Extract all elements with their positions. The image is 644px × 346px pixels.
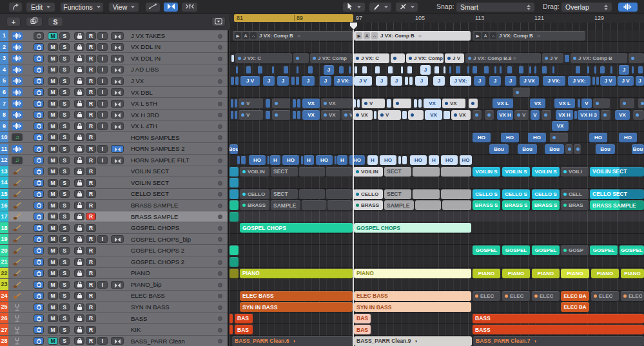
lock-button[interactable] (74, 122, 84, 130)
flex-track-button[interactable] (111, 111, 124, 119)
region[interactable]: BASS_PARR Clean.9◑ (354, 336, 472, 346)
region[interactable] (353, 99, 356, 108)
region[interactable]: J V (600, 76, 616, 86)
region[interactable] (552, 66, 554, 73)
region[interactable] (231, 77, 234, 85)
track-name[interactable]: VX L 5TH (131, 98, 157, 109)
region[interactable] (268, 156, 269, 164)
region[interactable] (576, 66, 580, 73)
region[interactable]: SYN IN BASS (354, 302, 471, 312)
region[interactable]: PIANO (532, 269, 560, 278)
region[interactable] (402, 156, 407, 164)
track-header[interactable]: 23MSRIPIANO_bip (0, 279, 229, 291)
region[interactable]: VX (552, 121, 569, 131)
record-button[interactable]: R (86, 258, 96, 266)
track-number[interactable]: 18 (0, 222, 8, 233)
region[interactable] (500, 66, 502, 73)
lock-button[interactable] (74, 337, 84, 345)
record-button[interactable]: R (86, 32, 96, 40)
region[interactable] (484, 66, 489, 73)
mute-button[interactable]: M (48, 314, 58, 322)
region[interactable] (387, 99, 391, 108)
input-button[interactable]: I (97, 77, 108, 85)
power-button[interactable] (34, 179, 44, 187)
power-button[interactable] (34, 32, 44, 40)
region[interactable] (297, 66, 298, 73)
mute-button[interactable]: M (48, 326, 58, 334)
region[interactable]: GOSPEL (473, 245, 500, 255)
region[interactable] (574, 144, 581, 154)
mute-button[interactable]: M (48, 202, 58, 209)
region[interactable]: VOILIN S (473, 167, 500, 177)
region[interactable]: CELLO S (532, 189, 560, 199)
region[interactable] (409, 77, 413, 85)
region[interactable]: J (636, 76, 644, 86)
region[interactable]: GOSPEL (590, 245, 618, 255)
region[interactable] (413, 167, 440, 177)
region[interactable]: Bou (545, 144, 564, 154)
region[interactable]: J V (618, 76, 634, 86)
region-stub[interactable] (229, 257, 239, 267)
region[interactable] (529, 66, 531, 73)
track-name[interactable]: PIANO (131, 268, 150, 279)
region[interactable]: J V (240, 76, 260, 86)
mute-button[interactable]: M (48, 179, 58, 187)
region[interactable]: HO (528, 133, 546, 142)
region[interactable] (449, 66, 451, 73)
solo-off-button[interactable]: S (48, 17, 63, 26)
region[interactable]: HO (380, 155, 396, 165)
track-number[interactable]: 26 (0, 313, 8, 324)
mute-button[interactable]: M (48, 88, 58, 96)
region[interactable]: V (514, 110, 529, 120)
track-name[interactable]: BRASS SAMPLE (131, 200, 178, 211)
region[interactable]: CELLO SECT (590, 189, 644, 199)
record-button[interactable]: R (86, 190, 96, 198)
track-name[interactable]: CELLO SECT (131, 189, 169, 200)
region[interactable] (349, 66, 351, 73)
track-name[interactable]: GOSPEL CHOPS_bip (131, 234, 191, 245)
solo-button[interactable]: S (59, 111, 70, 119)
solo-button[interactable]: S (59, 77, 70, 85)
marquee-tool-button[interactable] (395, 2, 418, 12)
track-number[interactable]: 25 (0, 302, 8, 312)
region[interactable]: ELEC (473, 291, 500, 301)
region[interactable]: J VX: (450, 76, 471, 86)
lock-button[interactable] (74, 269, 84, 277)
region[interactable]: ELEC (621, 291, 644, 301)
region[interactable]: VOILI (561, 167, 589, 177)
track-number[interactable]: 6 (0, 87, 8, 98)
solo-button[interactable]: S (59, 122, 70, 130)
region[interactable]: PIANO (591, 269, 619, 278)
flex-track-button[interactable] (111, 235, 124, 243)
region[interactable]: VX L (554, 99, 575, 108)
input-button[interactable]: I (97, 32, 108, 40)
track-name[interactable]: VX H 3RD (131, 110, 159, 120)
region[interactable]: VX (302, 110, 320, 120)
region[interactable]: CELL (561, 189, 589, 199)
track-name[interactable]: PIANO_bip (131, 279, 162, 290)
record-button[interactable]: R (86, 77, 96, 85)
region[interactable] (485, 110, 494, 120)
region[interactable]: BRASS S (532, 200, 560, 210)
region-stub[interactable] (229, 200, 239, 210)
region[interactable]: VX (425, 110, 442, 120)
mute-button[interactable]: M (48, 100, 58, 108)
mute-button[interactable]: M (48, 213, 58, 220)
region[interactable] (629, 53, 644, 63)
region[interactable]: VX (342, 110, 352, 120)
region[interactable]: H (367, 155, 378, 165)
region[interactable]: HO (441, 155, 458, 165)
mute-button[interactable]: M (48, 111, 58, 119)
region[interactable]: CELLO (353, 189, 383, 199)
region[interactable]: SECT (384, 167, 411, 177)
take-folder-region[interactable]: ▶A∴J VX: Comp B○ (354, 31, 471, 41)
region[interactable] (408, 110, 424, 120)
flex-track-button[interactable] (111, 100, 124, 108)
region[interactable]: PIANO (502, 269, 530, 278)
region[interactable] (542, 66, 547, 73)
region[interactable]: BRASS SAMPLE (590, 200, 644, 210)
region[interactable] (375, 66, 380, 73)
track-header[interactable]: 24MSRELEC BASS (0, 291, 229, 302)
power-button[interactable] (34, 111, 44, 119)
region[interactable]: BRASS S (502, 200, 530, 210)
